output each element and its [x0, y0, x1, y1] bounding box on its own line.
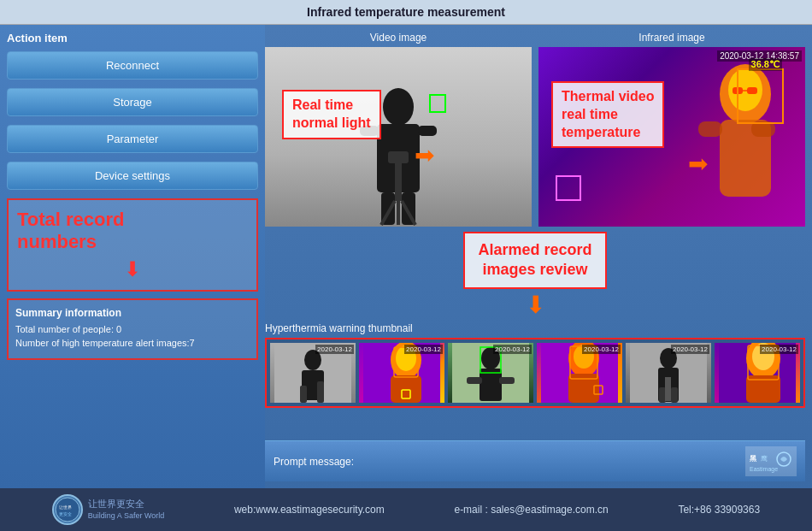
thumb-timestamp: 2020-03-12: [760, 345, 798, 354]
thumbnail-item[interactable]: 2020-03-12: [537, 343, 622, 403]
thumbnail-item[interactable]: 2020-03-12: [626, 343, 711, 403]
summary-label: Summary information: [15, 307, 250, 319]
svg-rect-46: [671, 387, 678, 403]
thermal-annotation: Thermal video real time temperature: [551, 81, 664, 148]
left-panel: Action item Reconnect Storage Parameter …: [0, 25, 265, 488]
company-logo-svg: 黑 鹰 Eastimage: [748, 449, 795, 475]
svg-rect-33: [499, 377, 515, 384]
total-record-arrow: ⬇: [17, 257, 248, 281]
thumb-timestamp: 2020-03-12: [315, 345, 354, 354]
svg-point-57: [56, 498, 79, 522]
svg-rect-22: [300, 386, 307, 403]
total-record-box: Total record numbers ⬇: [7, 198, 258, 292]
svg-point-0: [383, 88, 414, 126]
svg-rect-6: [395, 158, 402, 201]
thumbnail-label: Hyperthermia warning thumbnail: [265, 322, 805, 334]
content-area: Action item Reconnect Storage Parameter …: [0, 25, 812, 488]
svg-text:Eastimage: Eastimage: [750, 466, 778, 473]
footer-logo-icon: 让世界 更安全: [52, 494, 83, 525]
summary-box: Summary information Total number of peop…: [7, 298, 258, 360]
storage-button[interactable]: Storage: [7, 88, 258, 116]
footer-logo: 让世界 更安全 让世界更安全 Building A Safer World: [52, 494, 164, 525]
footer-tel: Tel:+86 33909363: [678, 504, 760, 516]
svg-text:让世界: 让世界: [59, 504, 72, 510]
object-detection-box: [556, 175, 581, 201]
alarmed-arrow: ⬇: [526, 291, 545, 319]
thumb-timestamp: 2020-03-12: [404, 345, 443, 354]
action-item-label: Action item: [7, 32, 258, 44]
temperature-value: 36.8℃: [749, 58, 782, 71]
thermal-arrow: ➡: [688, 150, 708, 178]
logo-box: 黑 鹰 Eastimage: [745, 446, 797, 476]
face-detection-box: [429, 94, 446, 113]
video-image-label: Video image: [265, 32, 532, 44]
prompt-bar: Prompt message: 黑 鹰 Eastimage: [265, 440, 805, 481]
face-detection-orange-box: 36.8℃: [737, 68, 784, 124]
footer-website: web:www.eastimagesecurity.com: [234, 504, 385, 516]
infrared-frame: 2020-03-12 14:38:57: [538, 47, 805, 227]
main-window: Infrared temperature measurement Action …: [0, 0, 812, 531]
real-time-text: Real time normal light: [292, 97, 371, 133]
svg-rect-34: [467, 377, 482, 384]
footer-logo-svg: 让世界 更安全: [55, 497, 80, 522]
thumbnail-item[interactable]: 2020-03-12: [359, 343, 444, 403]
svg-rect-23: [317, 381, 324, 403]
logo-area: 黑 鹰 Eastimage: [745, 446, 797, 476]
right-panel: Video image 2020-03-12 14:38:57: [265, 25, 812, 488]
total-record-text: Total record numbers: [17, 209, 248, 254]
alarmed-record-section: Alarmed record images review ⬇: [265, 232, 805, 319]
thumbnail-row: 2020-03-12 2020-03-12: [265, 338, 805, 408]
thumb-timestamp: 2020-03-12: [493, 345, 532, 354]
infrared-image-label: Infrared image: [538, 32, 805, 44]
footer: 让世界 更安全 让世界更安全 Building A Safer World we…: [0, 488, 812, 531]
alarmed-text: Alarmed record images review: [478, 240, 591, 280]
real-time-annotation: Real time normal light: [282, 90, 381, 139]
svg-rect-47: [665, 377, 671, 401]
device-settings-button[interactable]: Device settings: [7, 162, 258, 190]
thumbnail-item[interactable]: 2020-03-12: [715, 343, 800, 403]
real-time-arrow: ➡: [415, 141, 434, 169]
prompt-message-label: Prompt message:: [274, 456, 354, 468]
svg-text:鹰: 鹰: [761, 455, 768, 463]
video-frame: 2020-03-12 14:38:57: [265, 47, 532, 227]
svg-rect-3: [418, 126, 437, 136]
svg-text:黑: 黑: [750, 455, 757, 463]
infrared-section: Infrared image 2020-03-12 14:38:57: [538, 32, 805, 227]
action-buttons: Reconnect Storage Parameter Device setti…: [7, 51, 258, 190]
title-bar: Infrared temperature measurement: [0, 0, 812, 25]
svg-rect-45: [659, 387, 666, 403]
svg-rect-13: [698, 121, 722, 137]
reconnect-button[interactable]: Reconnect: [7, 51, 258, 80]
thumbnail-item[interactable]: 2020-03-12: [448, 343, 533, 403]
thumb-timestamp: 2020-03-12: [671, 345, 709, 354]
footer-email: e-mail : sales@eastimage.com.cn: [454, 504, 608, 516]
window-title: Infrared temperature measurement: [307, 5, 505, 19]
video-row: Video image 2020-03-12 14:38:57: [265, 32, 805, 227]
thumbnail-section: Hyperthermia warning thumbnail 2020-03-1…: [265, 322, 805, 440]
video-section: Video image 2020-03-12 14:38:57: [265, 32, 532, 227]
alert-images-line: Number of high temperature alert images:…: [15, 338, 250, 348]
alarmed-annotation: Alarmed record images review: [463, 232, 606, 289]
total-people-line: Total number of people: 0: [15, 324, 250, 334]
parameter-button[interactable]: Parameter: [7, 125, 258, 153]
svg-rect-10: [388, 151, 409, 163]
thermal-text: Thermal video real time temperature: [562, 88, 654, 141]
svg-text:更安全: 更安全: [59, 511, 72, 516]
thumb-timestamp: 2020-03-12: [582, 345, 621, 354]
thumbnail-item[interactable]: 2020-03-12: [270, 343, 356, 403]
footer-logo-text: 让世界更安全 Building A Safer World: [88, 498, 164, 522]
